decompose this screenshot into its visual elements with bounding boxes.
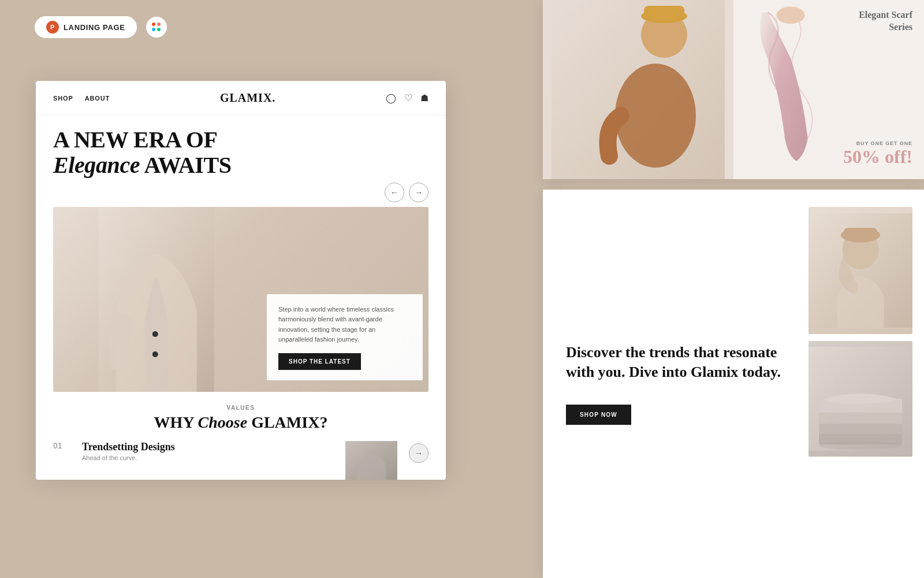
nav-links: SHOP ABOUT: [53, 95, 110, 102]
toolbar: P LANDING PAGE: [35, 16, 167, 38]
nav-icon-group: ◯ ♡ ☗: [386, 92, 429, 103]
figma-icon[interactable]: [146, 17, 167, 38]
nav-arrows: ← →: [53, 183, 429, 202]
scarf-figure: [733, 0, 848, 179]
values-section: VALUES WHY Choose GLAMIX? 01 Trendsettin…: [36, 392, 446, 480]
buy-one-text: BUY ONE GET ONE: [843, 140, 912, 146]
next-button[interactable]: →: [409, 183, 429, 202]
hat-person-image: [808, 207, 912, 334]
svg-point-1: [152, 331, 158, 337]
svg-rect-14: [844, 228, 877, 238]
cart-icon[interactable]: ☗: [420, 92, 429, 103]
values-content: Trendsetting Designs Ahead of the curve.: [82, 441, 334, 461]
values-label: VALUES: [53, 405, 429, 411]
product-desc-box: Step into a world where timeless classic…: [267, 294, 423, 380]
scarf-product-name: Elegant Scarf Series: [859, 9, 912, 34]
svg-point-20: [819, 442, 902, 450]
discover-text: Discover the trends that resonate with y…: [566, 343, 785, 382]
right-images-column: [808, 190, 924, 578]
prev-button[interactable]: ←: [385, 183, 404, 202]
hero-image-container: Step into a world where timeless classic…: [53, 207, 429, 392]
fabric-svg: [808, 341, 912, 457]
product-hunt-icon: P: [46, 21, 59, 34]
right-bottom-card: Discover the trends that resonate with y…: [543, 190, 924, 578]
svg-rect-17: [819, 412, 902, 425]
wishlist-icon[interactable]: ♡: [404, 92, 412, 103]
values-item-title: Trendsetting Designs: [82, 441, 334, 453]
svg-rect-18: [819, 424, 902, 435]
folded-fabric-image: [808, 341, 912, 457]
sweater-panel: Warm Woolen Sweater: [543, 0, 733, 179]
shop-the-latest-button[interactable]: SHOP THE LATEST: [278, 353, 361, 370]
values-next-button[interactable]: →: [409, 443, 429, 463]
values-title: WHY Choose GLAMIX?: [53, 413, 429, 432]
figma-dots: [152, 23, 161, 32]
nav-shop[interactable]: SHOP: [53, 95, 73, 102]
hero-image-bg: Step into a world where timeless classic…: [53, 207, 429, 392]
values-item-subtitle: Ahead of the curve.: [82, 454, 334, 461]
discount-text: 50% off!: [843, 146, 912, 168]
scarf-promo: BUY ONE GET ONE 50% off!: [843, 140, 912, 168]
values-number: 01: [53, 441, 70, 450]
main-card: SHOP ABOUT GLAMIX. ◯ ♡ ☗ A NEW ERA OF El…: [36, 81, 446, 480]
values-row: 01 Trendsetting Designs Ahead of the cur…: [53, 441, 429, 480]
sweater-figure: [543, 0, 733, 179]
hero-title: A NEW ERA OF Elegance AWAITS: [53, 127, 429, 178]
brand-logo: GLAMIX.: [220, 91, 275, 105]
values-thumbnail: [345, 441, 397, 480]
landing-page-button[interactable]: P LANDING PAGE: [35, 16, 137, 38]
user-icon[interactable]: ◯: [386, 92, 396, 103]
shop-now-button[interactable]: SHOP NOW: [566, 405, 631, 425]
discover-section: Discover the trends that resonate with y…: [543, 190, 808, 578]
svg-point-10: [776, 6, 805, 24]
scarf-panel: Elegant Scarf Series BUY ONE GET ONE: [733, 0, 924, 179]
coat-svg: [53, 207, 260, 392]
landing-page-label: LANDING PAGE: [64, 23, 125, 32]
nav-about[interactable]: ABOUT: [85, 95, 110, 102]
values-thumb-svg: [345, 441, 397, 480]
svg-point-2: [152, 351, 158, 357]
right-top-card: Warm Woolen Sweater: [543, 0, 924, 179]
hat-person-svg: [808, 207, 912, 334]
hero-section: A NEW ERA OF Elegance AWAITS ← →: [36, 116, 446, 202]
product-description: Step into a world where timeless classic…: [278, 305, 411, 345]
navbar: SHOP ABOUT GLAMIX. ◯ ♡ ☗: [36, 81, 446, 116]
svg-rect-8: [644, 6, 684, 20]
